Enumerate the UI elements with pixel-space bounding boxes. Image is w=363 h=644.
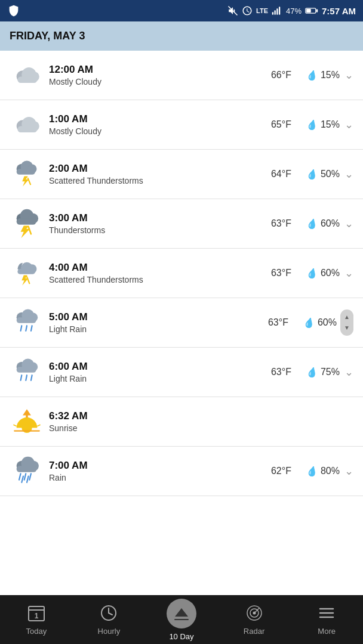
rain-drop-icon: 💧	[305, 216, 319, 231]
nav-radar[interactable]: Radar	[227, 604, 281, 636]
day-header: FRIDAY, MAY 3	[0, 21, 363, 51]
temperature: 63°F	[271, 367, 304, 377]
weather-icon	[10, 206, 44, 241]
weather-time: 7:00 AM	[49, 460, 271, 472]
hourly-icon	[100, 604, 118, 624]
svg-line-39	[31, 326, 32, 331]
nav-radar-label: Radar	[244, 627, 264, 636]
expand-chevron[interactable]: ⌄	[344, 118, 353, 131]
weather-icon	[10, 454, 44, 488]
weather-info: 1:00 AM Mostly Cloudy	[44, 113, 271, 136]
status-right: LTE 47% 7:57 AM	[227, 5, 356, 16]
status-bar: LTE 47% 7:57 AM	[0, 0, 363, 21]
rain-drop-icon: 💧	[305, 365, 319, 379]
expand-chevron[interactable]: ⌄	[344, 465, 353, 478]
weather-description: Light Rain	[49, 374, 271, 383]
weather-time: 4:00 AM	[49, 262, 271, 274]
weather-info: 6:32 AM Sunrise	[44, 410, 353, 433]
weather-stats: 63°F 💧 60%	[271, 218, 340, 230]
weather-icon	[10, 256, 44, 290]
nav-today-label: Today	[26, 627, 47, 636]
bottom-navigation: 1 Today Hourly 10 Day	[0, 595, 363, 644]
svg-text:1: 1	[34, 612, 38, 620]
weather-row[interactable]: 6:32 AM Sunrise	[0, 397, 363, 447]
svg-rect-1	[272, 12, 273, 15]
svg-line-66	[109, 613, 112, 615]
weather-icon	[10, 58, 44, 92]
expand-chevron[interactable]: ⌄	[344, 168, 353, 181]
weather-row[interactable]: 2:00 AM Scattered Thunderstorms 64°F 💧 5…	[0, 150, 363, 199]
weather-icon	[10, 404, 44, 439]
svg-line-51	[37, 425, 40, 426]
svg-rect-4	[279, 7, 280, 15]
weather-row[interactable]: 7:00 AM Rain 62°F 💧 80% ⌄	[0, 447, 363, 496]
more-icon	[318, 604, 336, 624]
weather-time: 12:00 AM	[49, 64, 271, 76]
mute-icon	[227, 5, 238, 16]
expand-chevron[interactable]: ⌄	[344, 69, 353, 82]
rain-percentage: 15%	[321, 119, 340, 130]
weather-row[interactable]: 3:00 AM Thunderstorms 63°F 💧 60% ⌄	[0, 199, 363, 249]
rain-drop-icon: 💧	[305, 266, 319, 280]
radar-icon	[245, 604, 263, 624]
nav-more-label: More	[318, 627, 336, 636]
temperature: 63°F	[271, 218, 304, 229]
rain-drop-icon: 💧	[305, 117, 319, 132]
weather-stats: 65°F 💧 15%	[271, 119, 340, 131]
today-icon: 1	[27, 604, 45, 624]
day-title: FRIDAY, MAY 3	[10, 30, 85, 42]
nav-more[interactable]: More	[300, 604, 353, 636]
svg-line-58	[29, 473, 31, 479]
weather-icon	[10, 305, 44, 340]
svg-line-46	[31, 375, 32, 380]
weather-row[interactable]: 4:00 AM Scattered Thunderstorms 63°F 💧 6…	[0, 249, 363, 298]
svg-line-45	[26, 375, 27, 380]
weather-list[interactable]: 12:00 AM Mostly Cloudy 66°F 💧 15% ⌄ 1:00…	[0, 51, 363, 593]
rain-percentage: 60%	[321, 268, 340, 278]
weather-description: Light Rain	[49, 324, 268, 334]
weather-info: 5:00 AM Light Rain	[44, 311, 268, 334]
weather-icon	[10, 157, 44, 191]
temperature: 63°F	[271, 268, 304, 278]
svg-line-44	[21, 375, 22, 380]
weather-row[interactable]: 5:00 AM Light Rain 63°F 💧 60% ▲ ▼	[0, 298, 363, 348]
nav-hourly-label: Hourly	[98, 627, 121, 636]
scroll-up-arrow[interactable]: ▲	[344, 314, 350, 320]
svg-marker-67	[175, 608, 188, 617]
weather-info: 12:00 AM Mostly Cloudy	[44, 64, 271, 86]
svg-rect-15	[17, 126, 37, 132]
svg-line-32	[27, 277, 29, 283]
expand-chevron[interactable]: ⌄	[344, 267, 353, 280]
svg-rect-2	[275, 10, 276, 15]
nav-hourly[interactable]: Hourly	[82, 604, 136, 636]
weather-stats: 62°F 💧 80%	[271, 466, 340, 477]
weather-row[interactable]: 12:00 AM Mostly Cloudy 66°F 💧 15% ⌄	[0, 51, 363, 100]
weather-row[interactable]: 1:00 AM Mostly Cloudy 65°F 💧 15% ⌄	[0, 100, 363, 150]
svg-line-59	[21, 476, 23, 482]
rain-drop-icon: 💧	[305, 464, 319, 478]
rain-percentage: 60%	[321, 218, 340, 229]
scrollbar[interactable]: ▲ ▼	[340, 309, 353, 336]
svg-rect-43	[17, 367, 36, 373]
nav-10day[interactable]: 10 Day	[155, 599, 208, 641]
weather-time: 5:00 AM	[49, 311, 268, 323]
expand-chevron[interactable]: ⌄	[344, 217, 353, 230]
svg-rect-25	[17, 218, 36, 224]
weather-row[interactable]: 6:00 AM Light Rain 63°F 💧 75% ⌄	[0, 348, 363, 397]
scroll-down-arrow[interactable]: ▼	[344, 325, 350, 331]
weather-time: 6:32 AM	[49, 410, 353, 422]
weather-time: 6:00 AM	[49, 361, 271, 373]
weather-description: Scattered Thunderstorms	[49, 176, 271, 185]
10day-icon	[167, 599, 196, 628]
svg-rect-6	[306, 9, 311, 13]
weather-time: 2:00 AM	[49, 163, 271, 175]
svg-line-50	[13, 425, 16, 426]
svg-line-27	[29, 227, 31, 234]
expand-chevron[interactable]: ⌄	[344, 366, 353, 379]
svg-line-21	[28, 178, 30, 184]
nav-today[interactable]: 1 Today	[10, 604, 63, 636]
weather-stats: 66°F 💧 15%	[271, 70, 340, 81]
svg-line-60	[27, 476, 29, 482]
alarm-icon	[242, 5, 253, 16]
svg-rect-36	[17, 317, 36, 323]
